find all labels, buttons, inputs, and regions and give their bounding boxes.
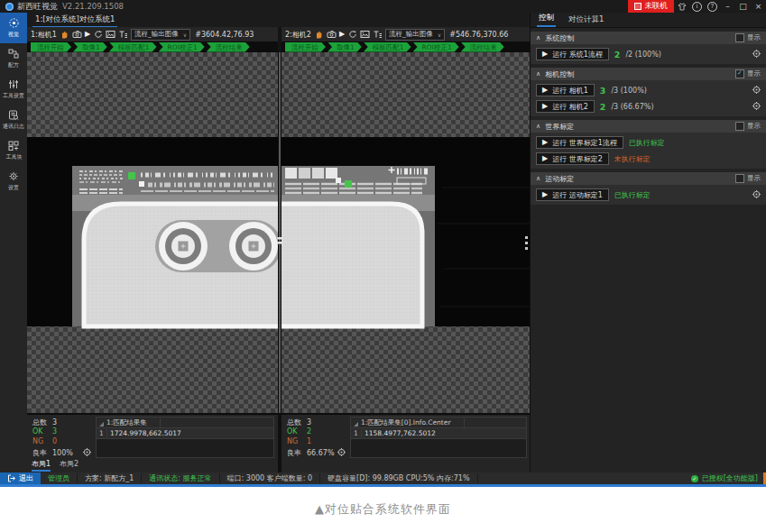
table-row[interactable]: 1 1724.9978,662.5017 <box>97 428 273 439</box>
table-row[interactable]: 1 1158.4977,762.5012 <box>351 428 526 439</box>
show-checkbox[interactable]: 显示 <box>735 122 761 131</box>
text-overlay-icon[interactable] <box>373 30 383 40</box>
section-title: 相机控制 <box>545 69 574 79</box>
loop-run-icon[interactable] <box>93 30 103 40</box>
loop-run-icon[interactable] <box>347 30 357 40</box>
info-icon[interactable]: i <box>689 0 705 13</box>
run-count: 2 <box>614 50 621 60</box>
collapse-icon[interactable]: ∧ <box>536 123 540 130</box>
total-stat: 总数3 <box>287 417 311 427</box>
flow-step[interactable]: 流程开始 <box>285 42 326 52</box>
run-flow-icon[interactable]: ▶ <box>85 30 90 39</box>
camera-image-viewport[interactable] <box>27 52 530 413</box>
tab-alignment-calc[interactable]: 对位计算1 <box>567 14 605 27</box>
flow-step[interactable]: 模板匹配1 <box>364 42 411 52</box>
run-motion-calib1-button[interactable]: ▶运行 运动标定1 <box>536 188 609 201</box>
tab-layout2[interactable]: 布局2 <box>60 459 78 472</box>
sidebar-item-settings[interactable]: 设置 <box>0 166 27 197</box>
minimize-button[interactable]: – <box>720 0 735 13</box>
flow-step[interactable]: 流程结束 <box>461 42 504 52</box>
row-gear-icon[interactable] <box>752 102 761 112</box>
collapse-icon[interactable]: ∧ <box>536 70 540 78</box>
camera-icon[interactable] <box>327 30 337 40</box>
text-overlay-icon[interactable] <box>118 30 128 40</box>
run-flow-icon[interactable]: ▶ <box>339 30 345 39</box>
flow-step[interactable]: ROI校正1 <box>159 42 205 52</box>
show-checkbox[interactable]: 显示 <box>735 33 761 42</box>
hand-grab-icon[interactable] <box>60 30 69 40</box>
sidebar-label: 设置 <box>8 183 19 191</box>
exit-button[interactable]: 退出 <box>0 472 41 484</box>
maximize-button[interactable]: □ <box>735 0 751 13</box>
tab-control[interactable]: 控制 <box>537 13 556 27</box>
collapse-icon[interactable]: ∧ <box>536 34 540 41</box>
section-title: 运动标定 <box>545 174 574 184</box>
flow-step[interactable]: ROI校正1 <box>413 42 459 52</box>
section-motion-calibration: ∧ 运动标定 显示 ▶运行 运动标定1 已执行标定 <box>531 172 766 205</box>
sidebar-item-tool-settings[interactable]: 工具设置 <box>0 74 27 105</box>
image-view-icon[interactable] <box>360 30 370 40</box>
sidebar-item-vision[interactable]: 视觉 <box>0 13 27 43</box>
close-button[interactable]: × <box>751 0 766 13</box>
sidebar-item-tool-block[interactable]: 工具块 <box>0 135 27 166</box>
show-checkbox[interactable]: ✓显示 <box>735 69 761 78</box>
section-title: 世界标定 <box>545 122 574 132</box>
camera-toolbars: 1:相机1 ▶ 流程_输出图像 ∨ <box>27 27 530 41</box>
play-icon: ▶ <box>542 50 548 59</box>
control-panel-tabbar: 控制 对位计算1 <box>531 13 766 28</box>
flow-step[interactable]: 流程结束 <box>207 42 250 52</box>
collapse-icon[interactable]: ∧ <box>536 175 540 182</box>
tab-alignment-system[interactable]: 1:[对位系统]对位系统1 <box>32 13 117 28</box>
flow-step[interactable]: 取像1 <box>73 42 107 52</box>
camera1-output-value: 流程_输出图像 <box>134 30 179 39</box>
total-stat: 总数3 <box>32 417 57 427</box>
stats-gear-icon[interactable] <box>83 448 91 458</box>
sidebar-item-recipe[interactable]: 配方 <box>0 43 27 74</box>
run-world-calib1-button[interactable]: ▶运行 世界标定1流程 <box>536 136 623 149</box>
flow-step[interactable]: 模板匹配1 <box>109 42 157 52</box>
run-progress: /3 (100%) <box>611 87 646 95</box>
app-window: 新西旺视觉 V2.21.209.1508 未联机 i ? – □ × 视觉 <box>0 0 766 487</box>
play-icon: ▶ <box>542 190 548 199</box>
camera2-flow-chips: 流程开始 取像1 模板匹配1 ROI校正1 流程结束 <box>281 41 530 52</box>
section-title: 系统控制 <box>545 33 574 43</box>
camera2-output-select[interactable]: 流程_输出图像 ∨ <box>385 29 445 41</box>
offline-badge[interactable]: 未联机 <box>628 0 675 13</box>
run-row: ▶运行 世界标定2 未执行标定 <box>536 152 761 165</box>
screenshot-stage: 新西旺视觉 V2.21.209.1508 未联机 i ? – □ × 视觉 <box>0 0 766 532</box>
stats-gear-icon[interactable] <box>337 448 346 458</box>
fiducial-ring-right <box>229 222 278 271</box>
row-gear-icon[interactable] <box>752 190 761 200</box>
yield-stat: 良率66.67% <box>287 448 335 458</box>
row-gear-icon[interactable] <box>752 86 761 96</box>
image-view-icon[interactable] <box>106 30 115 40</box>
theme-icon[interactable] <box>674 0 689 13</box>
panel-splitter-handle[interactable] <box>525 236 528 250</box>
match-marker-green <box>128 172 135 179</box>
run-system1-button[interactable]: ▶运行 系统1流程 <box>536 48 609 60</box>
help-icon[interactable]: ? <box>705 0 720 13</box>
run-world-calib2-button[interactable]: ▶运行 世界标定2 <box>536 152 609 165</box>
sliders-icon <box>8 79 19 89</box>
sidebar-label: 工具设置 <box>3 91 24 99</box>
sidebar-item-comm-log[interactable]: 通讯日志 <box>0 105 27 135</box>
app-version: V2.21.209.1508 <box>62 2 124 11</box>
camera1-output-select[interactable]: 流程_输出图像 ∨ <box>131 29 190 41</box>
run-progress: /2 (100%) <box>625 50 660 59</box>
run-row: ▶运行 运动标定1 已执行标定 <box>536 188 761 201</box>
offline-label: 未联机 <box>645 1 669 12</box>
table-header-row: 1:匹配结果集 <box>97 417 273 428</box>
run-progress: /3 (66.67%) <box>611 103 653 111</box>
row-gear-icon[interactable] <box>752 50 761 60</box>
sidebar-label: 配方 <box>8 60 19 69</box>
hand-grab-icon[interactable] <box>314 30 324 40</box>
run-camera1-button[interactable]: ▶运行 相机1 <box>536 84 595 96</box>
camera-icon[interactable] <box>72 30 82 40</box>
flow-step[interactable]: 取像1 <box>328 42 362 52</box>
show-checkbox[interactable]: 显示 <box>735 174 761 183</box>
flow-step[interactable]: 流程开始 <box>31 42 71 52</box>
camera2-toolbar: 2:相机2 ▶ 流程_输出图像 ∨ <box>281 27 530 41</box>
tab-layout1[interactable]: 布局1 <box>32 459 51 472</box>
run-camera2-button[interactable]: ▶运行 相机2 <box>536 100 595 113</box>
section-world-calibration: ∧ 世界标定 显示 ▶运行 世界标定1流程 已执行标定 ▶运行 世界标定2 未执… <box>531 120 766 169</box>
